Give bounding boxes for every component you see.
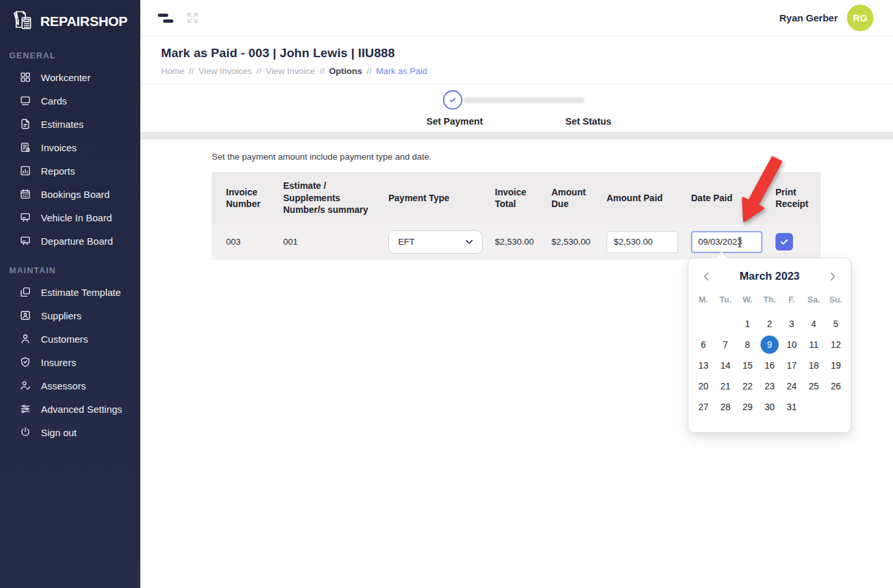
invoice-total-cell: $2,530.00	[486, 237, 542, 247]
weekday-label: Tu.	[714, 290, 736, 308]
fullscreen-expand-icon[interactable]	[186, 11, 199, 25]
calendar-day-28[interactable]: 28	[714, 397, 736, 417]
breadcrumb-link-view-invoices[interactable]: View Invoices	[199, 66, 252, 76]
calendar-day-20[interactable]: 20	[692, 376, 714, 397]
calendar-day-8[interactable]: 8	[736, 334, 759, 355]
calendar-day-17[interactable]: 17	[781, 355, 803, 376]
sidebar-item-bookings-board[interactable]: Bookings Board	[0, 182, 140, 206]
calendar-day-31[interactable]: 31	[781, 397, 803, 417]
calendar-day-11[interactable]: 11	[803, 334, 825, 355]
sidebar-item-estimates[interactable]: Estimates	[0, 112, 140, 136]
column-header-invoice-number: Invoice Number	[212, 180, 269, 217]
calendar-day-30[interactable]: 30	[759, 397, 781, 417]
breadcrumb: Home//View Invoices//View Invoice//Optio…	[161, 66, 893, 76]
calendar-day-24[interactable]: 24	[781, 376, 803, 397]
prev-month-button[interactable]	[698, 268, 715, 285]
sidebar-item-suppliers[interactable]: Suppliers	[0, 304, 140, 327]
calendar-day-4[interactable]: 4	[803, 313, 825, 334]
next-month-button[interactable]	[824, 268, 841, 285]
app-root: REPAIRSHOP GENERALWorkcenterCardsEstimat…	[0, 0, 893, 588]
shield-icon	[19, 356, 31, 368]
calendar-day-empty	[714, 313, 736, 334]
calendar-day-27[interactable]: 27	[692, 397, 714, 417]
stepper: Set Payment Set Status	[140, 84, 893, 132]
avatar[interactable]: RG	[847, 5, 874, 31]
sidebar-item-invoices[interactable]: Invoices	[0, 136, 140, 159]
sidebar-nav: GENERALWorkcenterCardsEstimatesInvoicesR…	[0, 38, 140, 444]
calendar-day-21[interactable]: 21	[714, 376, 736, 397]
calendar-day-16[interactable]: 16	[759, 355, 781, 376]
calendar-day-7[interactable]: 7	[714, 334, 736, 355]
main-area: Ryan Gerber RG Mark as Paid - 003 | John…	[140, 0, 893, 588]
breadcrumb-separator: //	[257, 66, 262, 76]
sidebar-item-workcenter[interactable]: Workcenter	[0, 66, 140, 89]
calendar-day-23[interactable]: 23	[759, 376, 781, 397]
chart-icon	[19, 165, 31, 177]
calendar-day-6[interactable]: 6	[692, 334, 714, 355]
sidebar-item-vehicle-in-board[interactable]: Vehicle In Board	[0, 206, 140, 229]
print-receipt-checkbox[interactable]	[775, 233, 793, 251]
calendar-day-22[interactable]: 22	[736, 376, 759, 397]
calendar-day-10[interactable]: 10	[781, 334, 803, 355]
datepicker-popup: March 2023 M.Tu.W.Th.F.Sa.Su. 1234567891…	[688, 258, 851, 433]
calendar-day-12[interactable]: 12	[825, 334, 847, 355]
calendar-day-26[interactable]: 26	[825, 376, 847, 397]
weekday-label: M.	[692, 290, 714, 308]
nav-section-label-general: GENERAL	[0, 38, 140, 66]
weekday-label: Su.	[825, 290, 847, 308]
page-header: Mark as Paid - 003 | John Lewis | IIU888…	[140, 36, 893, 84]
calendar-day-1[interactable]: 1	[736, 313, 759, 334]
calendar-day-13[interactable]: 13	[692, 355, 714, 376]
sliders-icon	[19, 403, 31, 415]
person-icon	[19, 333, 31, 345]
sidebar-item-advanced-settings[interactable]: Advanced Settings	[0, 397, 140, 421]
amount-due-cell: $2,530.00	[542, 237, 597, 247]
brand-logo[interactable]: REPAIRSHOP	[0, 0, 140, 38]
breadcrumb-link-mark-as-paid[interactable]: Mark as Paid	[376, 66, 427, 76]
collapse-menu-icon[interactable]	[158, 13, 175, 23]
calendar-day-empty	[803, 397, 825, 417]
sidebar-item-sign-out[interactable]: Sign out	[0, 421, 140, 444]
calendar-day-25[interactable]: 25	[803, 376, 825, 397]
check-icon	[779, 236, 790, 247]
supplier-icon	[19, 310, 31, 321]
horizontal-scroll-strip[interactable]	[140, 132, 893, 140]
breadcrumb-link-options[interactable]: Options	[329, 66, 362, 76]
sidebar-item-insurers[interactable]: Insurers	[0, 350, 140, 374]
payment-type-select[interactable]: EFT	[388, 230, 483, 254]
template-icon	[19, 286, 31, 298]
calendar-day-9[interactable]: 9	[759, 334, 781, 355]
column-header-date-paid: Date Paid	[682, 186, 766, 210]
estimate-summary-cell: 001	[269, 237, 374, 247]
calendar-day-14[interactable]: 14	[714, 355, 736, 376]
sidebar-item-customers[interactable]: Customers	[0, 327, 140, 350]
person-check-icon	[19, 380, 31, 391]
calendar-day-18[interactable]: 18	[803, 355, 825, 376]
step-label-set-payment: Set Payment	[409, 116, 500, 127]
nav-section-label-maintain: MAINTAIN	[0, 252, 140, 280]
column-header-amount-due: Amount Due	[542, 180, 597, 217]
column-header-payment-type: Payment Type	[374, 186, 486, 210]
calendar-day-19[interactable]: 19	[825, 355, 847, 376]
invoice-number-cell: 003	[212, 237, 269, 247]
calendar-day-5[interactable]: 5	[825, 313, 847, 334]
board-icon	[19, 212, 31, 223]
amount-paid-input[interactable]	[607, 231, 678, 253]
breadcrumb-link-home[interactable]: Home	[161, 66, 184, 76]
date-paid-input[interactable]	[691, 231, 762, 253]
sidebar-item-assessors[interactable]: Assessors	[0, 374, 140, 397]
sidebar-item-departure-board[interactable]: Departure Board	[0, 229, 140, 252]
calendar-day-2[interactable]: 2	[759, 313, 781, 334]
invoice-icon	[19, 141, 31, 153]
sidebar-item-cards[interactable]: Cards	[0, 89, 140, 112]
calendar-day-29[interactable]: 29	[736, 397, 759, 417]
user-name: Ryan Gerber	[779, 12, 838, 23]
breadcrumb-link-view-invoice[interactable]: View Invoice	[266, 66, 315, 76]
step-complete-circle	[443, 90, 462, 110]
content: Set the payment amount include payment t…	[140, 140, 893, 588]
calendar-day-3[interactable]: 3	[781, 313, 803, 334]
sidebar-item-reports[interactable]: Reports	[0, 159, 140, 182]
calendar-day-15[interactable]: 15	[736, 355, 759, 376]
sidebar-item-estimate-template[interactable]: Estimate Template	[0, 280, 140, 304]
table-header-row: Invoice NumberEstimate / Supplements Num…	[212, 172, 821, 224]
